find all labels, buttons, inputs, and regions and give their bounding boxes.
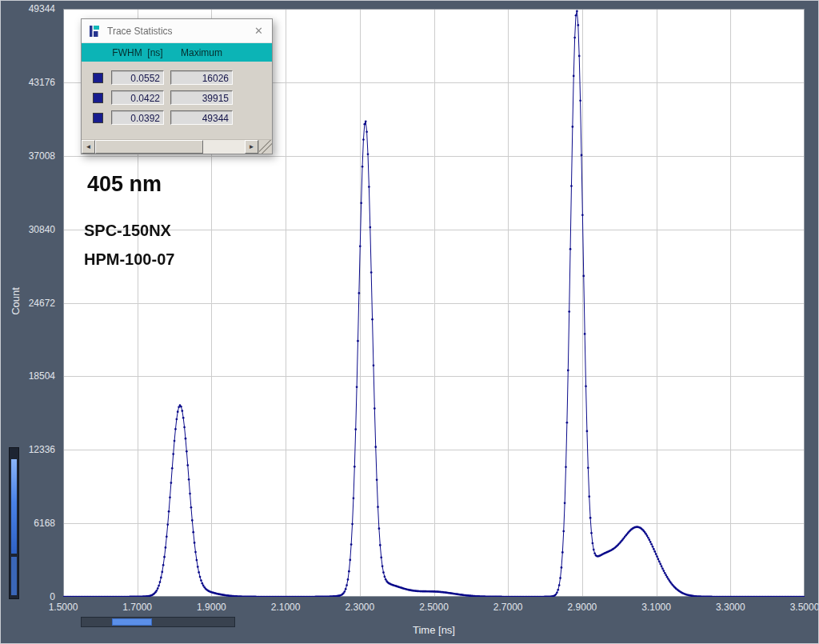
- spcm-window: { "chart_data": { "type": "line", "title…: [0, 0, 819, 644]
- x-tick-label: 2.3000: [345, 602, 374, 613]
- y-tick-label: 49344: [29, 3, 55, 14]
- stats-scrollbar-track[interactable]: [95, 140, 245, 154]
- resize-grip-icon[interactable]: [258, 140, 272, 154]
- x-tick-label: 1.7000: [122, 602, 152, 613]
- maximum-value-field: 49344: [170, 110, 233, 125]
- trace-color-swatch[interactable]: [93, 93, 103, 103]
- x-tick-label: 1.5000: [49, 602, 78, 613]
- column-header-maximum: Maximum: [170, 47, 233, 58]
- y-tick-label: 24672: [29, 298, 55, 309]
- y-tick-label: 12336: [29, 444, 55, 455]
- x-tick-label: 3.5000: [790, 602, 819, 613]
- annotation-wavelength: 405 nm: [87, 172, 162, 197]
- trace-color-swatch[interactable]: [93, 113, 103, 123]
- x-tick-label: 3.3000: [716, 602, 745, 613]
- table-row: 0.0552 16026: [82, 70, 272, 85]
- y-tick-label: 0: [50, 591, 55, 602]
- table-row: 0.0392 49344: [82, 110, 272, 125]
- x-tick-label: 2.7000: [493, 602, 523, 613]
- horizontal-scrollbar[interactable]: [81, 617, 235, 627]
- y-tick-label: 30840: [29, 224, 55, 235]
- trace-statistics-titlebar[interactable]: Trace Statistics ✕: [82, 19, 272, 43]
- annotation-spc-module: SPC-150NX: [84, 222, 171, 240]
- close-icon[interactable]: ✕: [252, 25, 266, 37]
- maximum-value-field: 16026: [170, 70, 233, 85]
- x-tick-label: 1.9000: [197, 602, 226, 613]
- x-tick-label: 2.5000: [419, 602, 449, 613]
- x-tick-label: 2.9000: [568, 602, 597, 613]
- y-axis-title: Count: [10, 278, 22, 326]
- x-tick-label: 3.1000: [641, 602, 671, 613]
- y-tick-label: 6168: [34, 518, 55, 529]
- horizontal-scrollbar-thumb[interactable]: [112, 618, 152, 626]
- app-icon: [88, 25, 101, 38]
- scroll-right-arrow[interactable]: ►: [245, 140, 258, 154]
- stats-scrollbar-thumb[interactable]: [95, 140, 203, 154]
- x-axis-tick-labels: 1.50001.70001.90002.10002.30002.50002.70…: [63, 602, 805, 614]
- vertical-slider-thumb[interactable]: [11, 459, 17, 554]
- trace-statistics-title: Trace Statistics: [107, 26, 252, 37]
- fwhm-value-field: 0.0422: [111, 90, 164, 105]
- trace-statistics-body: 0.0552 16026 0.0422 39915 0.0392 49344: [82, 62, 272, 125]
- trace-statistics-header: FWHM [ns] Maximum: [82, 43, 272, 62]
- y-tick-label: 18504: [29, 370, 55, 382]
- fwhm-value-field: 0.0392: [111, 110, 164, 125]
- fwhm-value-field: 0.0552: [111, 70, 164, 85]
- y-tick-label: 43176: [29, 77, 55, 88]
- annotation-detector: HPM-100-07: [84, 250, 174, 269]
- table-row: 0.0422 39915: [82, 90, 272, 105]
- column-header-fwhm: FWHM [ns]: [111, 47, 164, 58]
- vertical-zoom-slider[interactable]: [9, 447, 19, 599]
- vertical-slider-lower-fill: [11, 557, 17, 595]
- trace-color-swatch[interactable]: [93, 73, 103, 83]
- y-tick-label: 37008: [29, 150, 55, 162]
- trace-statistics-window[interactable]: Trace Statistics ✕ FWHM [ns] Maximum 0.0…: [81, 18, 273, 154]
- stats-horizontal-scrollbar[interactable]: ◄ ►: [82, 139, 272, 154]
- scroll-left-arrow[interactable]: ◄: [82, 140, 95, 154]
- maximum-value-field: 39915: [170, 90, 233, 105]
- x-tick-label: 2.1000: [271, 602, 301, 613]
